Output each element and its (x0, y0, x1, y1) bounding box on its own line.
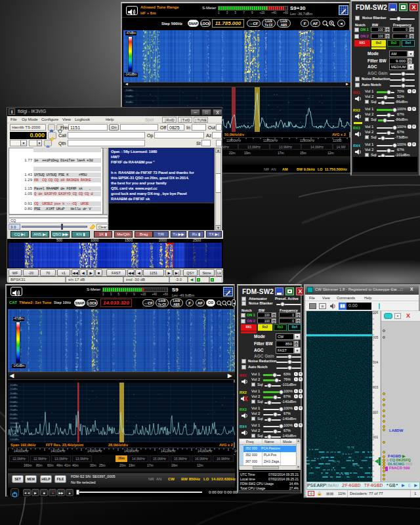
svg-text:NR Z5 0 0: NR Z5 0 0 (326, 451, 339, 453)
svg-text:E N 5 T: E N 5 T (343, 453, 352, 455)
svg-text:CQ CQ: CQ CQ (352, 464, 360, 467)
svg-text:NR Z5 0 0: NR Z5 0 0 (323, 469, 335, 471)
svg-text:0 0 500: 0 0 500 (309, 448, 319, 451)
svg-text:E N 5 T: E N 5 T (314, 457, 324, 460)
svg-text:CQ CQ: CQ CQ (333, 460, 340, 463)
svg-text:CQ CQ: CQ CQ (347, 446, 354, 448)
svg-text:0 0 500: 0 0 500 (339, 473, 349, 476)
